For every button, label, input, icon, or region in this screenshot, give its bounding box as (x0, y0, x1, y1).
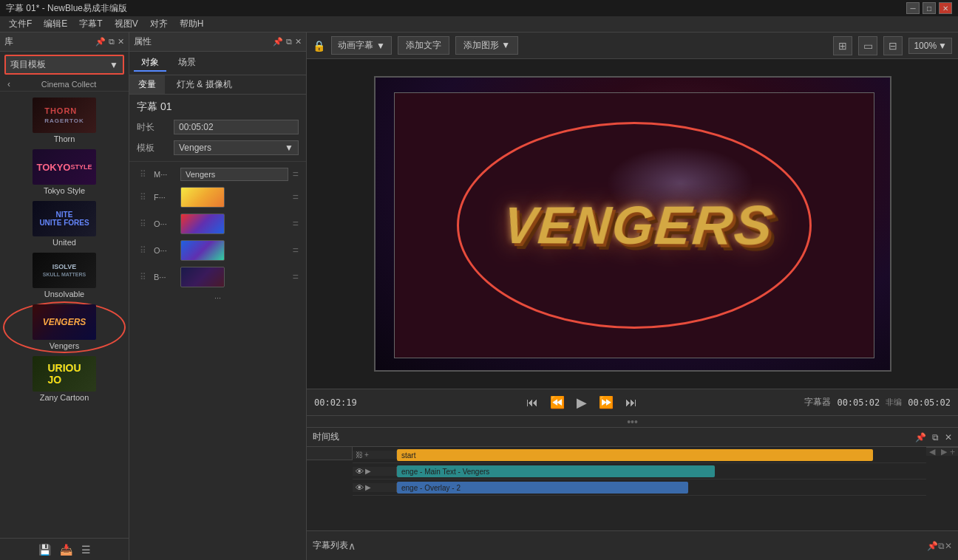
menu-align[interactable]: 对齐 (144, 16, 174, 32)
grid-icon-2[interactable]: ▭ (858, 36, 877, 55)
library-pin-icon[interactable]: 📌 (95, 37, 106, 47)
skip-to-end-button[interactable]: ⏭ (622, 395, 640, 411)
animation-type-dropdown[interactable]: 动画字幕 ▼ (331, 36, 392, 55)
menu-view[interactable]: 视图V (109, 16, 144, 32)
color-eq-o2[interactable]: = (293, 245, 299, 256)
tab-scene[interactable]: 场景 (171, 55, 203, 72)
color-row-f: ⠿ F··· = (129, 184, 306, 211)
prop-close-icon[interactable]: ✕ (295, 37, 302, 47)
color-text-m[interactable]: Vengers (180, 168, 288, 181)
template-item-zany[interactable]: URIOUJO Zany Cartoon (3, 353, 126, 405)
properties-tabs: 对象 场景 (129, 52, 306, 75)
total-time-display: 00:05:02 (837, 397, 880, 408)
unsolvable-label: Unsolvable (44, 290, 84, 298)
library-dropdown[interactable]: 项目模板 ▼ (4, 55, 124, 75)
track-chain-icon[interactable]: ⛓ (356, 451, 363, 459)
prev-frame-button[interactable]: ⏪ (547, 394, 568, 411)
total-time-display-2: 00:05:02 (908, 397, 951, 408)
subtitle-list-pin[interactable]: 📌 (927, 541, 938, 551)
subtab-lighting[interactable]: 灯光 & 摄像机 (168, 75, 241, 94)
save-icon[interactable]: 💾 (38, 544, 51, 556)
template-item-thorn[interactable]: THORNRAGERTOK Thorn (3, 95, 126, 146)
track-arrow-main[interactable]: ▶ (365, 467, 371, 475)
scroll-add-icon[interactable]: + (950, 447, 955, 457)
track-add-icon[interactable]: + (364, 451, 369, 459)
template-item-vengers[interactable]: VENGERS Vengers (3, 301, 126, 353)
timeline-close-icon[interactable]: ✕ (945, 432, 952, 443)
drag-handle-b[interactable]: ⠿ (137, 272, 149, 282)
drag-handle-f[interactable]: ⠿ (137, 192, 149, 202)
track-bar-start[interactable]: start (397, 449, 873, 461)
color-eq-f[interactable]: = (293, 191, 299, 203)
track-eye-main[interactable]: 👁 (356, 467, 364, 476)
template-dropdown[interactable]: Vengers ▼ (174, 140, 299, 155)
subtab-variables[interactable]: 变量 (129, 75, 165, 94)
import-icon[interactable]: 📥 (60, 544, 72, 556)
template-item-tokyo[interactable]: TOKYOSTYLE Tokyo Style (3, 146, 126, 198)
library-close-icon[interactable]: ✕ (118, 37, 124, 47)
color-eq-b[interactable]: = (293, 271, 299, 283)
template-item-unsolvable[interactable]: ISOLVESKULL MATTERS Unsolvable (3, 250, 126, 301)
scroll-left-icon[interactable]: ◀ (929, 447, 935, 457)
track-eye-overlay[interactable]: 👁 (356, 483, 364, 492)
color-swatch-b[interactable] (180, 267, 225, 287)
collection-prev-icon[interactable]: ‹ (4, 79, 13, 89)
color-eq-m[interactable]: = (293, 168, 299, 180)
drag-handle-m[interactable]: ⠿ (137, 169, 149, 180)
duration-value: 00:05:02 (174, 120, 299, 134)
template-chevron-icon: ▼ (285, 143, 293, 153)
timeline-header-icons: 📌 ⧉ ✕ (915, 432, 952, 443)
track-bar-overlay[interactable]: enge - Overlay - 2 (397, 482, 688, 494)
menu-help[interactable]: 帮助H (174, 16, 210, 32)
template-thumb-thorn: THORNRAGERTOK (33, 98, 96, 133)
color-swatch-f[interactable] (180, 187, 225, 208)
non-edit-label: 非编 (886, 397, 902, 408)
library-panel-header: 库 📌 ⧉ ✕ (0, 33, 129, 52)
skip-to-start-button[interactable]: ⏮ (523, 395, 541, 411)
properties-sub-tabs: 变量 灯光 & 摄像机 (129, 75, 306, 95)
grid-icon-1[interactable]: ⊞ (833, 36, 852, 55)
add-shape-button[interactable]: 添加图形 ▼ (455, 36, 518, 55)
menu-bar: 文件F 编辑E 字幕T 视图V 对齐 帮助H (0, 16, 958, 33)
grid-icon-3[interactable]: ⊟ (883, 36, 903, 55)
drag-handle-o1[interactable]: ⠿ (137, 219, 149, 229)
minimize-button[interactable]: ─ (906, 2, 920, 14)
menu-file[interactable]: 文件F (3, 16, 38, 32)
subtitle-list-copy[interactable]: ⧉ (938, 541, 945, 551)
play-button[interactable]: ▶ (574, 393, 590, 412)
expand-dots-button[interactable]: ••• (627, 416, 638, 428)
color-swatch-o2[interactable] (180, 240, 225, 261)
close-button[interactable]: ✕ (939, 2, 952, 14)
color-eq-o1[interactable]: = (293, 218, 299, 230)
color-label-o1: O··· (154, 219, 176, 228)
list-icon[interactable]: ☰ (81, 544, 91, 556)
chevron-down-icon: ▼ (109, 60, 118, 70)
subtitle-list-chevron[interactable]: ∧ (348, 540, 356, 552)
color-swatch-o1[interactable] (180, 214, 225, 234)
maximize-button[interactable]: □ (923, 2, 936, 14)
timeline-pin-icon[interactable]: 📌 (915, 432, 926, 443)
track-bar-main-text[interactable]: enge - Main Text - Vengers (397, 465, 715, 477)
track-arrow-overlay[interactable]: ▶ (365, 483, 371, 491)
next-frame-button[interactable]: ⏩ (596, 394, 616, 411)
prop-pin-icon[interactable]: 📌 (273, 37, 283, 47)
template-item-united[interactable]: NITEUNITE FORES United (3, 198, 126, 250)
color-label-o2: O··· (154, 246, 176, 255)
menu-edit[interactable]: 编辑E (38, 16, 73, 32)
zoom-control[interactable]: 100% ▼ (908, 38, 952, 54)
scroll-right-icon[interactable]: ▶ (941, 447, 947, 457)
library-copy-icon[interactable]: ⧉ (109, 37, 115, 47)
more-props-indicator[interactable]: ··· (129, 290, 306, 305)
library-header-icons: 📌 ⧉ ✕ (95, 37, 124, 47)
drag-handle-o2[interactable]: ⠿ (137, 245, 149, 256)
subtitle-list-close[interactable]: ✕ (945, 541, 952, 551)
properties-title: 属性 (134, 35, 152, 48)
library-bottom-toolbar: 💾 📥 ☰ (0, 538, 129, 560)
menu-subtitle[interactable]: 字幕T (73, 16, 108, 32)
prop-copy-icon[interactable]: ⧉ (286, 37, 292, 47)
zoom-chevron-icon: ▼ (938, 41, 947, 51)
tab-object[interactable]: 对象 (134, 55, 166, 72)
lock-icon[interactable]: 🔒 (313, 40, 325, 52)
timeline-copy-icon[interactable]: ⧉ (932, 432, 939, 443)
add-text-button[interactable]: 添加文字 (398, 36, 449, 55)
